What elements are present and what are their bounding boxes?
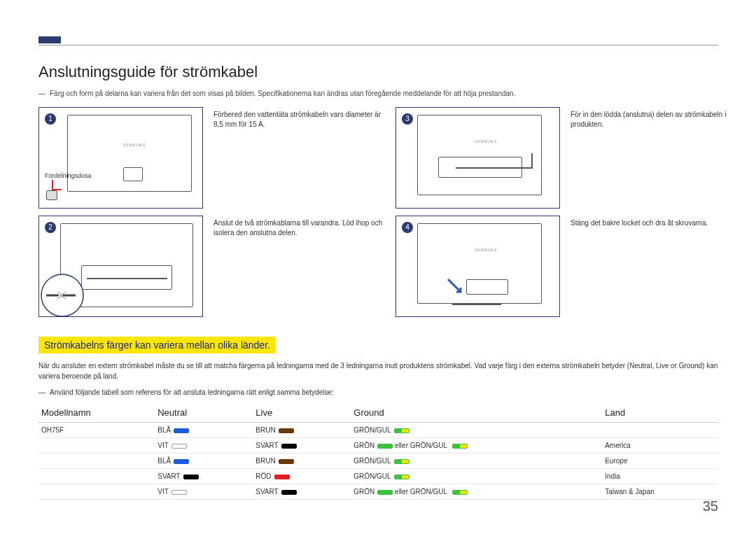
step-3-text: För in den lödda (anslutna) delen av str… bbox=[570, 107, 742, 209]
step-1-badge: 1 bbox=[45, 113, 56, 125]
junction-box-label: Fördelningsdosa bbox=[45, 172, 92, 179]
page-title: Anslutningsguide för strömkabel bbox=[38, 63, 718, 81]
step-2-text: Anslut de två strömkablarna till varandr… bbox=[214, 216, 385, 317]
step-1-text: Förbered den vattentäta strömkabeln vars… bbox=[214, 107, 385, 209]
th-live: Live bbox=[253, 403, 351, 423]
step-1-illustration: 1 SAMSUNG Fördelningsdosa bbox=[38, 107, 203, 209]
intro-note: Färg och form på delarna kan variera frå… bbox=[38, 90, 718, 97]
th-neutral: Neutral bbox=[155, 403, 253, 423]
color-chip bbox=[279, 428, 294, 433]
table-row: BLÅBRUNGRÖN/GULEurope bbox=[38, 454, 718, 469]
table-row: VITSVARTGRÖN eller GRÖN/GUL America bbox=[38, 438, 718, 454]
table-row: OH75FBLÅBRUNGRÖN/GUL bbox=[38, 423, 718, 438]
color-chip bbox=[274, 475, 290, 479]
color-chip bbox=[279, 459, 294, 464]
color-chip bbox=[394, 459, 410, 464]
page-number: 35 bbox=[703, 498, 718, 514]
color-chip bbox=[394, 475, 410, 479]
highlight-caption: Strömkabelns färger kan variera mellan o… bbox=[38, 337, 276, 353]
table-row: SVARTRÖDGRÖN/GULIndia bbox=[38, 469, 718, 484]
step-3-badge: 3 bbox=[402, 113, 413, 125]
body-note: Använd följande tabell som referens för … bbox=[38, 387, 718, 398]
color-chip bbox=[172, 490, 187, 495]
th-ground: Ground bbox=[351, 403, 602, 423]
color-chip bbox=[281, 490, 297, 495]
body-paragraph: När du ansluter en extern strömkabel mås… bbox=[38, 360, 718, 381]
step-4-text: Stäng det bakre locket och dra åt skruva… bbox=[570, 216, 742, 317]
th-model: Modellnamn bbox=[38, 403, 155, 423]
steps-grid: 1 SAMSUNG Fördelningsdosa Förbered den v… bbox=[38, 107, 718, 317]
step-2-illustration: 2 bbox=[38, 216, 203, 317]
step-4-illustration: 4 SAMSUNG bbox=[396, 216, 560, 317]
color-chip bbox=[183, 475, 199, 479]
color-chip bbox=[172, 444, 187, 449]
wire-color-table: Modellnamn Neutral Live Ground Land OH75… bbox=[38, 403, 718, 500]
color-chip bbox=[394, 428, 410, 433]
header-divider bbox=[38, 45, 718, 45]
step-4-badge: 4 bbox=[402, 222, 413, 233]
color-chip bbox=[377, 444, 393, 449]
page-content: Anslutningsguide för strömkabel Färg och… bbox=[38, 63, 718, 500]
color-chip bbox=[174, 459, 189, 464]
step-3-illustration: 3 SAMSUNG bbox=[396, 107, 560, 209]
step-2-badge: 2 bbox=[45, 222, 56, 233]
th-land: Land bbox=[602, 403, 718, 423]
color-chip bbox=[452, 490, 468, 495]
table-row: VITSVARTGRÖN eller GRÖN/GUL Taiwan & Jap… bbox=[38, 484, 718, 500]
color-chip bbox=[281, 444, 297, 449]
color-chip bbox=[377, 490, 393, 495]
table-header-row: Modellnamn Neutral Live Ground Land bbox=[38, 403, 718, 423]
color-chip bbox=[174, 428, 189, 433]
color-chip bbox=[452, 444, 468, 449]
header-accent-bar bbox=[38, 36, 61, 43]
